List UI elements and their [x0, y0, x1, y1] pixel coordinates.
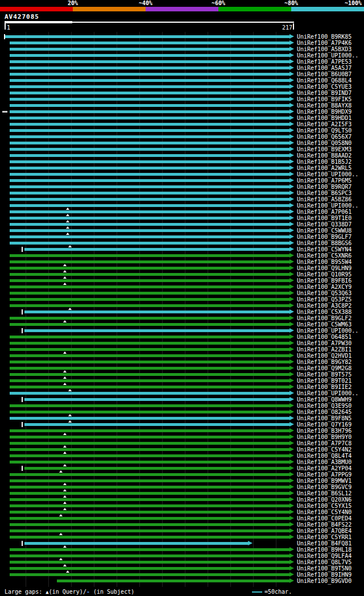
- hit-accession[interactable]: UniRef100_Q53PZ5: [297, 297, 351, 303]
- alignment-bar[interactable]: [10, 198, 289, 201]
- hit-accession[interactable]: UniRef100_B9RQR7: [297, 184, 351, 190]
- alignment-bar[interactable]: [10, 254, 289, 257]
- alignment-bar[interactable]: [10, 167, 289, 169]
- hit-accession[interactable]: UniRef100_C5WYN4: [297, 247, 351, 253]
- hit-accession[interactable]: UniRef100_A7P061: [297, 209, 351, 215]
- alignment-bar[interactable]: [10, 142, 289, 144]
- alignment-bar[interactable]: [10, 67, 289, 69]
- hit-accession[interactable]: UniRef100_Q2HVD1: [297, 353, 351, 359]
- hit-accession[interactable]: UniRef100_UPI000..: [297, 172, 358, 177]
- hit-accession[interactable]: UniRef100_A5BZ86: [297, 197, 351, 202]
- alignment-bar[interactable]: [10, 204, 289, 207]
- hit-accession[interactable]: UniRef100_A2WRL5: [297, 165, 351, 171]
- hit-accession[interactable]: UniRef100_Q8WWH9: [297, 397, 351, 403]
- alignment-bar[interactable]: [10, 367, 289, 370]
- alignment-bar[interactable]: [10, 523, 289, 526]
- alignment-bar[interactable]: [10, 85, 289, 88]
- alignment-bar[interactable]: [10, 192, 289, 194]
- hit-accession[interactable]: UniRef100_C5WM63: [297, 322, 351, 328]
- hit-accession[interactable]: UniRef100_Q7Y169: [297, 422, 351, 428]
- alignment-bar[interactable]: [10, 110, 289, 113]
- alignment-bar[interactable]: [10, 323, 289, 326]
- hit-accession[interactable]: UniRef100_B9IHN9: [297, 572, 351, 578]
- hit-accession[interactable]: UniRef100_B9T021: [297, 378, 351, 384]
- hit-accession[interactable]: UniRef100_B9HDD1: [297, 115, 351, 121]
- alignment-bar[interactable]: [10, 223, 289, 226]
- hit-accession[interactable]: UniRef100_C5X388: [297, 309, 351, 315]
- alignment-bar[interactable]: [10, 573, 289, 576]
- hit-accession[interactable]: UniRef100_Q9LFA4: [297, 553, 351, 559]
- hit-accession[interactable]: UniRef100_B9T575: [297, 372, 351, 378]
- alignment-bar[interactable]: [10, 123, 289, 126]
- hit-accession[interactable]: UniRef100_Q9LHN9: [297, 266, 351, 271]
- hit-accession[interactable]: UniRef100_Q338D7: [297, 222, 351, 227]
- hit-accession[interactable]: UniRef100_A3C8P2: [297, 303, 351, 309]
- hit-accession[interactable]: UniRef100_B9IND7: [297, 90, 351, 96]
- alignment-bar[interactable]: [10, 386, 289, 388]
- hit-accession[interactable]: UniRef100_B9EXM3: [297, 147, 351, 152]
- hit-accession[interactable]: UniRef100_C5Y4N0: [297, 510, 351, 515]
- alignment-bar[interactable]: [10, 104, 289, 107]
- alignment-bar[interactable]: [10, 154, 289, 157]
- hit-accession[interactable]: UniRef100_Q3E9S0: [297, 403, 351, 409]
- alignment-bar[interactable]: [10, 373, 289, 376]
- hit-accession[interactable]: UniRef100_B9GVC9: [297, 485, 351, 490]
- alignment-bar[interactable]: [10, 160, 289, 163]
- alignment-bar[interactable]: [24, 398, 289, 401]
- alignment-bar[interactable]: [10, 348, 289, 351]
- hit-accession[interactable]: UniRef100_Q20XN6: [297, 497, 351, 503]
- alignment-bar[interactable]: [10, 273, 289, 276]
- alignment-bar[interactable]: [10, 504, 289, 507]
- hit-accession[interactable]: UniRef100_C5WWU8: [297, 228, 351, 234]
- hit-accession[interactable]: UniRef100_O82645: [297, 409, 351, 415]
- alignment-bar[interactable]: [10, 229, 289, 232]
- alignment-bar[interactable]: [10, 548, 289, 551]
- alignment-bar[interactable]: [10, 92, 289, 94]
- alignment-bar[interactable]: [10, 304, 289, 307]
- alignment-bar[interactable]: [10, 511, 289, 514]
- hit-accession[interactable]: UniRef100_Q10R95: [297, 272, 351, 278]
- alignment-bar[interactable]: [10, 148, 289, 151]
- hit-accession[interactable]: UniRef100_B9RK85: [297, 34, 351, 40]
- hit-accession[interactable]: UniRef100_B8AYX8: [297, 103, 351, 109]
- hit-accession[interactable]: UniRef100_B9GVD0: [297, 578, 351, 584]
- hit-accession[interactable]: UniRef100_Q688L4: [297, 78, 351, 84]
- alignment-bar[interactable]: [10, 279, 289, 282]
- hit-accession[interactable]: UniRef100_B9H9Y0: [297, 434, 351, 440]
- alignment-bar[interactable]: [10, 361, 289, 363]
- alignment-bar[interactable]: [5, 35, 289, 38]
- alignment-bar[interactable]: [10, 554, 289, 557]
- alignment-bar[interactable]: [10, 448, 289, 451]
- alignment-bar[interactable]: [10, 473, 289, 476]
- alignment-bar[interactable]: [10, 54, 289, 57]
- hit-accession[interactable]: UniRef100_A2ZBI1: [297, 347, 351, 353]
- alignment-bar[interactable]: [10, 173, 289, 176]
- alignment-bar[interactable]: [10, 285, 289, 288]
- hit-accession[interactable]: UniRef100_A2YP04: [297, 466, 351, 471]
- alignment-bar[interactable]: [10, 98, 289, 101]
- hit-accession[interactable]: UniRef100_UPI000..: [297, 53, 358, 59]
- hit-accession[interactable]: UniRef100_B6SL12: [297, 491, 351, 496]
- hit-accession[interactable]: UniRef100_Q8L4T4: [297, 453, 351, 459]
- alignment-bar[interactable]: [10, 561, 289, 564]
- alignment-bar[interactable]: [10, 79, 289, 82]
- alignment-bar[interactable]: [24, 311, 289, 313]
- hit-accession[interactable]: UniRef100_C0PED4: [297, 516, 351, 522]
- hit-accession[interactable]: UniRef100_B1B5J2: [297, 159, 351, 165]
- alignment-bar[interactable]: [10, 461, 289, 463]
- hit-accession[interactable]: UniRef100_Q8L7V5: [297, 560, 351, 565]
- hit-accession[interactable]: UniRef100_B9HL18: [297, 547, 351, 553]
- hit-accession[interactable]: UniRef100_Q9M2G8: [297, 366, 351, 371]
- alignment-bar[interactable]: [10, 354, 289, 357]
- alignment-bar[interactable]: [10, 536, 289, 539]
- alignment-bar[interactable]: [10, 429, 289, 432]
- hit-accession[interactable]: UniRef100_Q656X7: [297, 134, 351, 140]
- hit-accession[interactable]: UniRef100_A7PPG9: [297, 472, 351, 478]
- hit-accession[interactable]: UniRef100_B9HDX9: [297, 109, 351, 115]
- alignment-bar[interactable]: [24, 542, 248, 545]
- hit-accession[interactable]: UniRef100_A7P4K6: [297, 40, 351, 46]
- alignment-bar[interactable]: [10, 317, 289, 320]
- alignment-bar[interactable]: [10, 292, 289, 295]
- alignment-bar[interactable]: [10, 267, 289, 270]
- alignment-bar[interactable]: [24, 329, 289, 332]
